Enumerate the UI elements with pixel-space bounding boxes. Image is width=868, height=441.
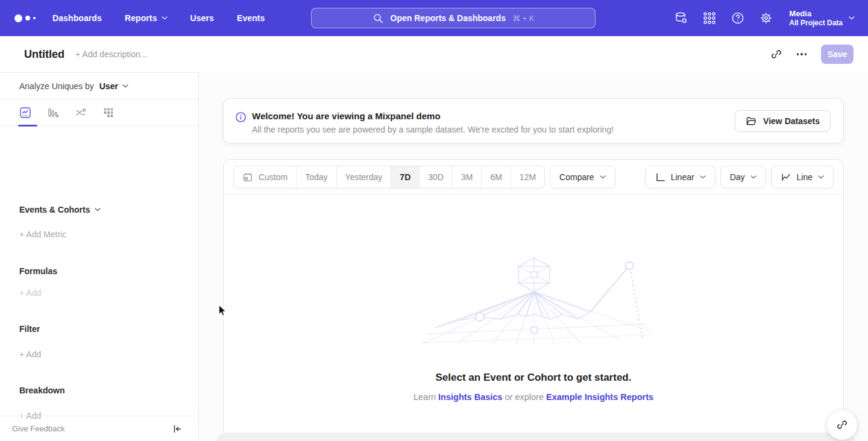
tab-bar-chart-icon[interactable]	[47, 107, 59, 119]
add-filter-button[interactable]: + Add	[19, 349, 41, 359]
formulas-header: Formulas	[19, 266, 57, 276]
query-builder-sidebar: Analyze Uniques by User Events & Cohorts…	[0, 72, 199, 441]
add-formula-button[interactable]: + Add	[19, 288, 41, 298]
chevron-down-icon	[750, 175, 756, 179]
project-name: Media	[789, 9, 843, 19]
date-range-yesterday[interactable]: Yesterday	[336, 166, 391, 188]
folder-icon	[746, 116, 757, 127]
insights-basics-link[interactable]: Insights Basics	[438, 392, 502, 402]
global-search-button[interactable]: Open Reports & Dashboards ⌘ + K	[311, 8, 596, 28]
linear-axes-icon	[655, 172, 665, 183]
analyze-uniques-row: Analyze Uniques by User	[0, 73, 198, 100]
data-management-icon[interactable]	[674, 11, 688, 25]
collapse-sidebar-icon[interactable]	[172, 424, 183, 434]
nav-reports[interactable]: Reports	[125, 13, 168, 23]
more-options-button[interactable]	[796, 51, 808, 58]
nav-dashboards[interactable]: Dashboards	[52, 13, 102, 23]
tab-flows-icon[interactable]	[75, 107, 87, 119]
chart-display-controls: Linear Day Line	[645, 166, 834, 189]
calendar-icon	[242, 172, 253, 183]
empty-state-illustration	[423, 257, 652, 347]
welcome-banner: Welcome! You are viewing a Mixpanel demo…	[223, 98, 844, 143]
help-icon[interactable]	[731, 11, 745, 25]
chevron-down-icon	[818, 175, 824, 179]
filter-header: Filter	[19, 324, 40, 334]
apps-grid-icon[interactable]	[702, 11, 717, 25]
analyze-label: Analyze Uniques by	[19, 81, 94, 91]
search-icon	[373, 13, 384, 24]
analyze-unit-dropdown[interactable]: User	[99, 81, 128, 91]
granularity-dropdown[interactable]: Day	[720, 166, 766, 189]
info-icon	[235, 111, 247, 123]
tab-retention-icon[interactable]	[102, 107, 115, 119]
project-switcher[interactable]: Media All Project Data	[789, 9, 855, 28]
top-nav: Dashboards Reports Users Events Open Rep…	[0, 0, 868, 36]
date-range-3m[interactable]: 3M	[452, 166, 481, 188]
line-chart-icon	[781, 172, 791, 183]
chevron-down-icon	[849, 16, 855, 20]
save-button[interactable]: Save	[821, 45, 854, 64]
empty-state-subtitle: Learn Insights Basics or explore Example…	[224, 392, 843, 402]
date-range-custom[interactable]: Custom	[234, 166, 296, 188]
give-feedback-link[interactable]: Give Feedback	[12, 424, 64, 433]
banner-title: Welcome! You are viewing a Mixpanel demo	[252, 111, 441, 121]
scale-dropdown[interactable]: Linear	[645, 166, 715, 189]
share-link-fab[interactable]	[827, 410, 857, 440]
add-metric-button[interactable]: + Add Metric	[19, 230, 66, 239]
results-panel-peek	[216, 433, 856, 441]
chart-type-dropdown[interactable]: Line	[771, 166, 834, 189]
report-card: Custom Today Yesterday 7D 30D 3M 6M 12M …	[223, 159, 844, 441]
visualization-tabs	[0, 100, 198, 126]
nav-users[interactable]: Users	[190, 13, 214, 23]
nav-events[interactable]: Events	[237, 13, 265, 23]
chart-toolbar: Custom Today Yesterday 7D 30D 3M 6M 12M …	[224, 160, 843, 195]
events-cohorts-header[interactable]: Events & Cohorts	[19, 205, 101, 214]
date-range-12m[interactable]: 12M	[511, 166, 544, 188]
banner-subtitle: All the reports you see are powered by a…	[252, 125, 614, 134]
chevron-down-icon	[162, 16, 168, 20]
date-range-7d[interactable]: 7D	[391, 166, 419, 188]
sidebar-footer: Give Feedback	[0, 416, 198, 441]
settings-gear-icon[interactable]	[759, 11, 773, 25]
empty-state-title: Select an Event or Cohort to get started…	[224, 372, 843, 384]
example-insights-reports-link[interactable]: Example Insights Reports	[546, 392, 653, 402]
add-description-field[interactable]: + Add description...	[75, 49, 147, 59]
report-header-actions: Save	[770, 45, 868, 64]
date-range-segmented-control: Custom Today Yesterday 7D 30D 3M 6M 12M	[233, 166, 545, 189]
link-icon	[836, 419, 848, 431]
tab-insights-icon[interactable]	[19, 107, 31, 119]
chevron-down-icon	[95, 208, 101, 211]
active-tab-indicator	[18, 125, 37, 127]
compare-dropdown[interactable]: Compare	[550, 166, 615, 189]
view-datasets-button[interactable]: View Datasets	[735, 110, 831, 132]
primary-nav: Dashboards Reports Users Events	[52, 13, 265, 23]
report-header: Untitled + Add description... Save	[0, 36, 868, 72]
copy-link-icon[interactable]	[770, 48, 782, 60]
main-content: Welcome! You are viewing a Mixpanel demo…	[199, 72, 868, 441]
chevron-down-icon	[122, 84, 128, 88]
report-title[interactable]: Untitled	[24, 48, 64, 61]
nav-right-cluster: Media All Project Data	[674, 0, 868, 36]
search-shortcut: ⌘ + K	[512, 14, 535, 23]
search-placeholder: Open Reports & Dashboards	[391, 13, 506, 23]
date-range-today[interactable]: Today	[296, 166, 336, 188]
breakdown-header: Breakdown	[19, 386, 64, 395]
date-range-30d[interactable]: 30D	[419, 166, 452, 188]
mixpanel-logo[interactable]	[14, 14, 36, 22]
chevron-down-icon	[700, 175, 706, 179]
project-env: All Project Data	[789, 19, 843, 28]
chevron-down-icon	[600, 175, 606, 179]
date-range-6m[interactable]: 6M	[481, 166, 510, 188]
